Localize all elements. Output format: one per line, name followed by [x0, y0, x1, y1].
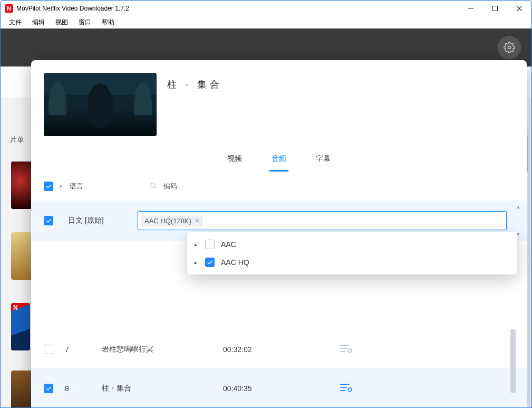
window-title: MovPilot Netflix Video Downloader 1.7.2 — [16, 5, 129, 12]
chip-remove-icon[interactable]: ✕ — [195, 217, 200, 224]
menu-window[interactable]: 窗口 — [73, 17, 96, 28]
svg-point-4 — [508, 46, 511, 49]
expand-icon: ▸ — [195, 242, 199, 248]
episode-number: 7 — [65, 345, 102, 354]
col-encoding: 编码 — [163, 182, 177, 191]
playlist-thumb[interactable] — [11, 303, 30, 350]
episode-row[interactable]: 7 岩柱悲鳴嶼行冥 00:32:02 — [31, 329, 527, 368]
episode-scrollbar[interactable] — [509, 329, 517, 407]
episode-row[interactable]: 8 柱・集合 00:40:35 — [31, 368, 527, 407]
settings-button[interactable] — [498, 36, 521, 59]
sidebar-label: 片单 — [10, 135, 24, 145]
menu-view[interactable]: 视图 — [50, 17, 73, 28]
expand-icon: ▸ — [195, 260, 199, 265]
select-all-checkbox[interactable] — [44, 182, 53, 191]
dropdown-option-aac-hq[interactable]: ▸ AAC HQ — [187, 253, 517, 271]
chip-label: AAC HQ(128K) — [144, 217, 191, 225]
option-checkbox[interactable] — [205, 240, 215, 249]
row-language: 日文 [原始] — [68, 216, 138, 225]
audio-language-row: 日文 [原始] AAC HQ(128K) ✕ ▲ ▼ ▸ AAC — [31, 201, 527, 241]
app-icon: N — [5, 4, 13, 13]
tab-video[interactable]: 视频 — [225, 151, 244, 172]
tab-subtitle[interactable]: 字幕 — [314, 151, 333, 172]
dialog-title: 柱 · 集合 — [167, 73, 223, 136]
minimize-button[interactable] — [459, 1, 483, 16]
maximize-button[interactable] — [483, 1, 507, 16]
option-checkbox[interactable] — [205, 258, 215, 267]
episode-checkbox[interactable] — [44, 384, 53, 393]
menubar: 文件 编辑 视图 窗口 帮助 — [0, 16, 532, 29]
track-tabs: 视频 音频 字幕 — [31, 151, 527, 172]
scroll-thumb[interactable] — [510, 329, 516, 393]
svg-point-15 — [348, 388, 352, 392]
col-language: 语言 — [70, 182, 83, 191]
encoding-chip[interactable]: AAC HQ(128K) ✕ — [141, 215, 203, 226]
svg-point-6 — [151, 183, 155, 187]
row-checkbox[interactable] — [44, 216, 53, 225]
search-icon[interactable] — [150, 182, 157, 191]
column-headers: ▾ 语言 编码 — [31, 172, 527, 201]
episode-duration: 00:32:02 — [223, 345, 339, 354]
tab-audio[interactable]: 音频 — [269, 151, 288, 172]
download-dialog: 柱 · 集合 视频 音频 字幕 ▾ 语言 编码 — [31, 60, 527, 408]
option-label: AAC — [221, 240, 236, 249]
menu-edit[interactable]: 编辑 — [27, 17, 50, 28]
svg-point-11 — [348, 349, 352, 353]
episode-duration: 00:40:35 — [223, 384, 339, 393]
episode-title: 柱・集合 — [102, 384, 223, 393]
episode-number: 8 — [65, 384, 102, 393]
episode-checkbox[interactable] — [44, 345, 53, 354]
episode-settings-icon[interactable] — [339, 343, 353, 355]
episode-title: 岩柱悲鳴嶼行冥 — [102, 345, 223, 354]
dropdown-option-aac[interactable]: ▸ AAC — [187, 235, 517, 253]
encoding-combobox[interactable]: AAC HQ(128K) ✕ — [138, 211, 507, 230]
scroll-up-icon[interactable]: ▲ — [514, 203, 523, 211]
svg-rect-1 — [493, 6, 498, 11]
svg-line-7 — [154, 186, 157, 188]
chevron-down-icon[interactable]: ▾ — [60, 184, 62, 189]
episode-settings-icon[interactable] — [339, 382, 353, 394]
episode-poster — [44, 73, 157, 136]
titlebar: N MovPilot Netflix Video Downloader 1.7.… — [0, 0, 532, 16]
encoding-dropdown: ▸ AAC ▸ AAC HQ — [187, 232, 517, 274]
close-button[interactable] — [507, 1, 531, 16]
menu-file[interactable]: 文件 — [4, 17, 27, 28]
episode-list: 7 岩柱悲鳴嶼行冥 00:32:02 8 柱・集合 00:40:35 — [31, 329, 527, 407]
app-body: 片单 ▲ ▼ 柱 · 集合 视频 音频 字幕 ▾ 语言 — [0, 29, 532, 408]
menu-help[interactable]: 帮助 — [96, 17, 120, 28]
option-label: AAC HQ — [221, 258, 249, 267]
